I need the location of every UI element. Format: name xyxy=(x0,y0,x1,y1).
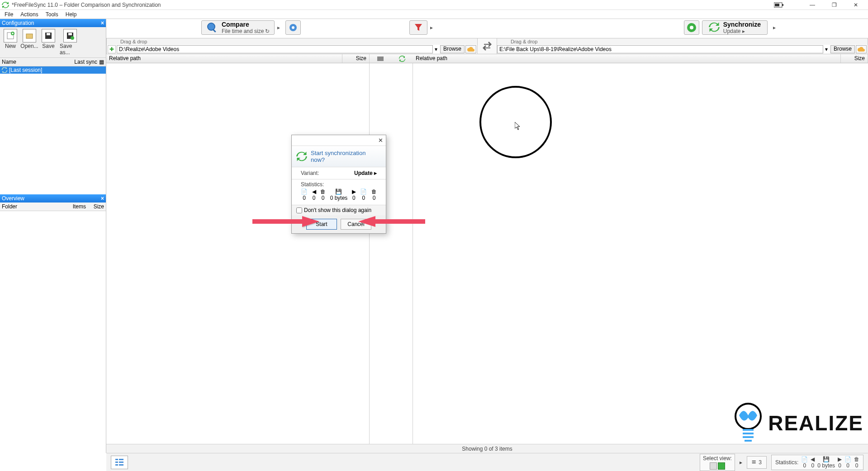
path-row: Drag & drop ✚ ▾ Browse Drag & drop ▾ Bro… xyxy=(106,38,868,54)
stat-icon: ▶ xyxy=(352,188,356,195)
close-icon[interactable]: ✕ xyxy=(378,137,383,144)
equal-count: 3 xyxy=(759,459,762,466)
chevron-right-icon: ▸ xyxy=(742,28,745,34)
menu-tools[interactable]: Tools xyxy=(42,10,62,19)
svg-rect-17 xyxy=(377,57,384,61)
svg-rect-23 xyxy=(119,459,123,460)
right-path-input[interactable] xyxy=(497,45,823,53)
left-path-input[interactable] xyxy=(117,45,433,53)
window-title: *FreeFileSync 11.0 – Folder Comparison a… xyxy=(12,2,774,8)
menu-file[interactable]: File xyxy=(1,10,17,19)
stats-label: Statistics: xyxy=(301,181,377,188)
column-name[interactable]: Name xyxy=(2,59,66,65)
svg-rect-21 xyxy=(115,462,118,463)
new-button[interactable]: New xyxy=(2,28,19,57)
view-option[interactable] xyxy=(718,462,725,470)
svg-point-14 xyxy=(292,26,294,29)
battery-icon xyxy=(774,2,784,8)
main-toolbar: Compare File time and size ↻ ▸ ▸ Synchro… xyxy=(106,19,868,36)
sync-settings-button[interactable] xyxy=(684,20,699,35)
view-option[interactable] xyxy=(710,462,717,470)
svg-rect-2 xyxy=(775,4,779,6)
stat-icon: 📄 xyxy=(360,188,367,195)
save-as-button[interactable]: Save as... xyxy=(59,28,81,57)
column-size[interactable]: Size xyxy=(86,203,104,210)
center-grid[interactable] xyxy=(370,63,413,444)
stat-icon: 📄 xyxy=(801,456,808,462)
config-list-header: Name Last sync ▦ xyxy=(0,57,106,66)
add-folder-button[interactable]: ✚ xyxy=(108,45,116,53)
compare-settings-button[interactable] xyxy=(285,20,301,35)
cloud-button[interactable] xyxy=(465,45,476,53)
chevron-down-icon[interactable]: ▾ xyxy=(433,46,439,52)
sync-label: Synchronize xyxy=(723,21,761,28)
column-last-sync[interactable]: Last sync xyxy=(66,59,97,65)
stat-icon: 💾 xyxy=(823,456,830,462)
overview-header: Overview × xyxy=(0,194,106,203)
column-folder[interactable]: Folder xyxy=(2,203,63,210)
svg-rect-24 xyxy=(119,462,123,463)
stat-icon: 💾 xyxy=(335,188,342,195)
dropdown-icon[interactable]: ▸ xyxy=(740,459,742,466)
swap-sides-button[interactable] xyxy=(478,38,497,54)
svg-rect-5 xyxy=(26,34,33,38)
select-view-box: Select view: xyxy=(700,454,735,471)
close-icon[interactable]: × xyxy=(101,20,104,26)
minimize-button[interactable]: — xyxy=(802,0,823,9)
config-toolbar: New Open... Save Save as... xyxy=(0,27,106,57)
overview-columns: Folder Items Size xyxy=(0,203,106,211)
synchronize-button[interactable]: Synchronize Update ▸ xyxy=(702,20,768,35)
browse-button[interactable]: Browse xyxy=(440,45,465,53)
column-size[interactable]: Size xyxy=(342,54,370,63)
left-grid[interactable] xyxy=(106,63,370,444)
sync-icon xyxy=(296,151,307,162)
column-size[interactable]: Size xyxy=(841,54,868,63)
stat-icon: 📄 xyxy=(844,456,851,462)
config-item-last-session[interactable]: [Last session] xyxy=(0,66,106,74)
filter-button[interactable] xyxy=(409,20,427,35)
chevron-down-icon[interactable]: ▾ xyxy=(823,46,830,52)
column-relative-path[interactable]: Relative path xyxy=(413,54,841,63)
save-button[interactable]: Save xyxy=(40,28,57,57)
category-icon[interactable] xyxy=(370,54,391,63)
menu-bar: File Actions Tools Help xyxy=(0,10,868,19)
overview-title: Overview xyxy=(2,195,24,202)
open-button[interactable]: Open... xyxy=(21,28,38,57)
annotation-arrow-right xyxy=(357,212,425,231)
dropdown-icon[interactable]: ▸ xyxy=(773,24,778,31)
stat-icon: 🗑 xyxy=(371,188,377,195)
sync-icon xyxy=(709,22,720,34)
configuration-panel: Configuration × New Open... Save Save as… xyxy=(0,19,106,194)
configuration-title: Configuration xyxy=(2,20,34,26)
status-text: Showing 0 of 3 items xyxy=(462,446,512,452)
cloud-button[interactable] xyxy=(856,45,867,53)
svg-point-16 xyxy=(690,26,693,29)
list-view-icon[interactable]: ▦ xyxy=(99,59,104,65)
dialog-title-bar[interactable]: ✕ xyxy=(292,135,386,146)
view-toggle-button[interactable] xyxy=(111,456,128,469)
dropdown-icon[interactable]: ▸ xyxy=(277,24,282,31)
close-icon[interactable]: × xyxy=(101,195,104,202)
column-relative-path[interactable]: Relative path xyxy=(106,54,342,63)
stat-icon: ◀ xyxy=(811,456,815,462)
menu-help[interactable]: Help xyxy=(62,10,81,19)
dropdown-icon[interactable]: ▸ xyxy=(430,24,435,31)
maximize-button[interactable]: ❐ xyxy=(824,0,844,9)
browse-button[interactable]: Browse xyxy=(830,45,855,53)
svg-rect-27 xyxy=(743,429,754,431)
action-icon[interactable] xyxy=(391,54,413,63)
select-view-label: Select view: xyxy=(703,455,732,462)
svg-rect-1 xyxy=(782,4,783,6)
column-items[interactable]: Items xyxy=(63,203,86,210)
right-path-panel: Drag & drop ▾ Browse xyxy=(497,38,868,54)
close-button[interactable]: ✕ xyxy=(845,0,866,9)
svg-rect-12 xyxy=(213,29,216,33)
magnify-icon xyxy=(206,22,218,33)
footer-bar: Select view: ▸ = 3 Statistics: 📄0 ◀0 💾0 … xyxy=(106,453,868,471)
menu-actions[interactable]: Actions xyxy=(17,10,42,19)
compare-button[interactable]: Compare File time and size ↻ xyxy=(201,20,275,35)
svg-point-10 xyxy=(71,36,74,40)
stat-icon: 🗑 xyxy=(320,188,326,195)
variant-label: Variant: xyxy=(301,170,354,176)
stat-icon: 📄 xyxy=(301,188,308,195)
